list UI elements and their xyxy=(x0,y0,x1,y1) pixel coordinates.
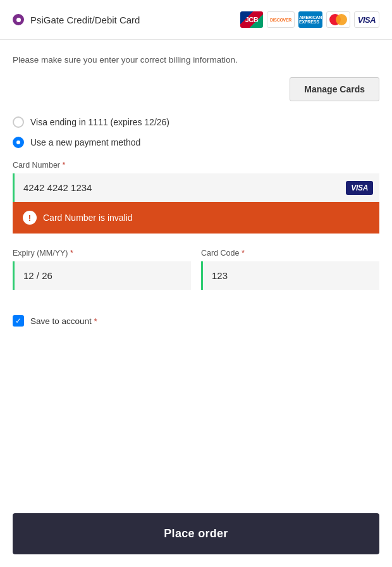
place-order-button[interactable]: Place order xyxy=(13,513,379,554)
payment-option-existing[interactable]: Visa ending in 1111 (expires 12/26) xyxy=(13,116,379,128)
radio-new-indicator xyxy=(13,137,24,148)
card-number-input-wrapper: VISA xyxy=(13,173,379,202)
card-number-error-banner: ! Card Number is invalid xyxy=(13,202,379,234)
card-logos-group: JCB DISCOVER AMERICAN EXPRESS VISA xyxy=(240,11,379,28)
visa-logo-header: VISA xyxy=(354,11,379,28)
error-icon: ! xyxy=(23,211,37,225)
payment-option-new[interactable]: Use a new payment method xyxy=(13,137,379,148)
mastercard-logo xyxy=(326,11,350,28)
save-to-account-checkbox[interactable]: ✓ xyxy=(13,315,24,327)
payment-options-group: Visa ending in 1111 (expires 12/26) Use … xyxy=(13,116,379,148)
error-message-text: Card Number is invalid xyxy=(43,213,133,223)
expiry-label: Expiry (MM/YY) * xyxy=(13,249,191,258)
amex-logo: AMERICAN EXPRESS xyxy=(298,11,322,28)
card-code-input[interactable] xyxy=(203,261,379,290)
expiry-input[interactable] xyxy=(15,261,191,290)
radio-existing-indicator xyxy=(13,116,24,128)
radio-existing-label: Visa ending in 1111 (expires 12/26) xyxy=(30,117,169,127)
card-code-label: Card Code * xyxy=(201,249,379,258)
jcb-logo: JCB xyxy=(240,11,263,28)
save-required: * xyxy=(94,316,97,326)
card-number-required: * xyxy=(63,161,66,170)
radio-new-label: Use a new payment method xyxy=(30,137,140,147)
payment-method-header: PsiGate Credit/Debit Card JCB DISCOVER A… xyxy=(0,0,392,40)
expiry-input-wrapper xyxy=(13,261,191,290)
manage-cards-button[interactable]: Manage Cards xyxy=(290,77,379,101)
checkbox-check-icon: ✓ xyxy=(15,317,21,325)
expiry-section: Expiry (MM/YY) * xyxy=(13,249,191,290)
page-footer: Place order xyxy=(0,501,392,567)
payment-method-title: PsiGate Credit/Debit Card xyxy=(30,15,140,25)
card-number-input[interactable] xyxy=(15,173,379,202)
main-content: Please make sure you enter your correct … xyxy=(0,40,392,501)
card-code-required: * xyxy=(242,249,245,258)
expiry-cardcode-row: Expiry (MM/YY) * Card Code * xyxy=(13,249,379,302)
save-to-account-label: Save to account * xyxy=(30,316,97,326)
card-code-input-wrapper xyxy=(201,261,379,290)
discover-logo: DISCOVER xyxy=(267,11,295,28)
expiry-required: * xyxy=(70,249,73,258)
card-code-section: Card Code * xyxy=(201,249,379,290)
save-to-account-row[interactable]: ✓ Save to account * xyxy=(13,315,379,327)
header-radio-indicator xyxy=(13,14,24,25)
card-type-badge: VISA xyxy=(346,181,373,195)
card-number-label: Card Number * xyxy=(13,161,379,170)
card-number-section: Card Number * VISA ! Card Number is inva… xyxy=(13,161,379,234)
billing-notice-text: Please make sure you enter your correct … xyxy=(13,55,379,65)
